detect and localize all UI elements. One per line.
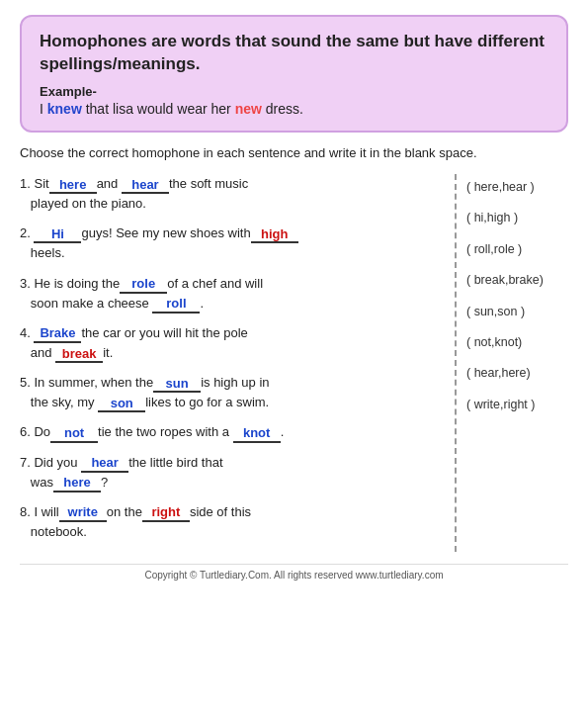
hint-3: ( roll,role )	[466, 238, 568, 259]
hint-4: ( break,brake)	[466, 269, 568, 290]
sentence-2-blank1: Hi	[34, 226, 81, 244]
sentence-3-blank1: role	[120, 276, 167, 294]
sentences-column: 1. Sithereand hearthe soft music played …	[20, 174, 455, 552]
hint-6: ( not,knot)	[466, 331, 568, 352]
sentence-7: 7. Did you hearthe little bird that wash…	[20, 453, 447, 493]
sentence-6-num: 6.	[20, 424, 31, 439]
example-middle: that lisa would wear her	[82, 101, 235, 117]
sentence-4-num: 4.	[20, 325, 31, 340]
hint-8: ( write,right )	[466, 394, 568, 414]
example-label: Example-	[40, 84, 548, 99]
header-title: Homophones are words that sound the same…	[40, 31, 548, 76]
example-after: dress.	[262, 101, 303, 117]
hint-5: ( sun,son )	[466, 301, 568, 321]
sentence-1-num: 1.	[20, 176, 31, 191]
sentence-7-blank2: here	[53, 475, 101, 493]
instruction: Choose the correct homophone in each sen…	[20, 144, 568, 162]
example-knew: knew	[47, 101, 82, 117]
sentence-2-num: 2.	[20, 225, 31, 240]
sentence-6: 6. Donottie the two ropes with a knot.	[20, 422, 447, 442]
sentence-3-num: 3.	[20, 276, 31, 291]
example-before: I	[40, 101, 47, 117]
hints-column: ( here,hear ) ( hi,high ) ( roll,role ) …	[455, 174, 568, 552]
example-sentence: I knew that lisa would wear her new dres…	[40, 101, 548, 117]
sentence-2: 2. Higuys! See my new shoes withhigh hee…	[20, 224, 447, 263]
header-box: Homophones are words that sound the same…	[20, 15, 568, 133]
sentence-5-num: 5.	[20, 375, 31, 390]
sentence-1-blank1: here	[49, 177, 97, 195]
sentence-7-blank1: hear	[81, 455, 128, 473]
sentence-2-blank2: high	[251, 226, 298, 244]
sentence-4: 4. Brakethe car or you will hit the pole…	[20, 323, 447, 363]
hint-7: ( hear,here)	[466, 362, 568, 383]
sentence-8-blank2: right	[142, 504, 190, 522]
sentence-6-blank2: knot	[233, 425, 281, 443]
sentence-8: 8. I willwriteon therightside of this no…	[20, 502, 447, 542]
example-new: new	[235, 101, 262, 117]
content-area: 1. Sithereand hearthe soft music played …	[20, 174, 568, 552]
sentence-5: 5. In summer, when thesunis high up in t…	[20, 373, 447, 412]
sentence-6-blank1: not	[50, 425, 98, 443]
hint-1: ( here,hear )	[466, 176, 568, 197]
sentence-4-blank2: break	[55, 346, 103, 364]
sentence-3-blank2: roll	[152, 296, 200, 314]
footer: Copyright © Turtlediary.Com. All rights …	[20, 564, 568, 581]
sentence-8-blank1: write	[59, 504, 107, 522]
sentence-5-blank2: son	[98, 396, 145, 413]
sentence-7-num: 7.	[20, 455, 31, 470]
sentence-5-blank1: sun	[153, 376, 201, 394]
sentence-8-num: 8.	[20, 504, 31, 519]
sentence-1: 1. Sithereand hearthe soft music played …	[20, 174, 447, 214]
sentence-4-blank1: Brake	[34, 325, 81, 343]
sentence-3: 3. He is doing theroleof a chef and will…	[20, 274, 447, 314]
hint-2: ( hi,high )	[466, 207, 568, 227]
sentence-1-blank2: hear	[122, 177, 169, 195]
